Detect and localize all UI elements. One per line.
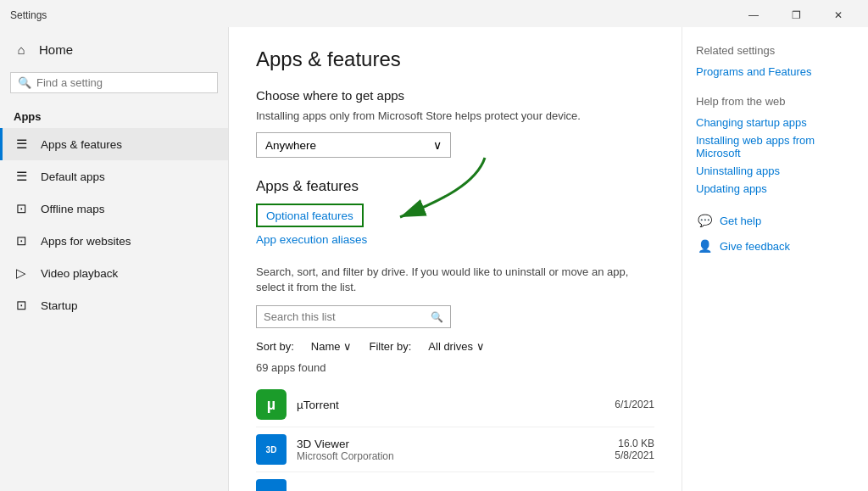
sidebar-item-apps-features[interactable]: ☰ Apps & features <box>0 128 228 160</box>
changing-startup-link[interactable]: Changing startup apps <box>696 116 854 129</box>
filter-label: Filter by: <box>369 340 411 353</box>
main-content: Apps & features Choose where to get apps… <box>229 27 682 491</box>
sidebar-item-label: Offline maps <box>41 203 105 215</box>
app-date: 6/1/2021 <box>615 399 654 410</box>
app-info: µTorrent <box>297 399 604 411</box>
table-row[interactable] <box>256 472 654 491</box>
give-feedback-item[interactable]: 👤 Give feedback <box>696 237 854 254</box>
app-date: 5/8/2021 <box>615 449 654 461</box>
sidebar: ⌂ Home 🔍 Apps ☰ Apps & features ☰ Defaul… <box>0 27 229 491</box>
app-execution-link[interactable]: App execution aliases <box>256 233 367 246</box>
sort-filter-row: Sort by: Name ∨ Filter by: All drives ∨ <box>256 340 654 353</box>
sort-chevron: ∨ <box>343 340 352 353</box>
app-meta: 6/1/2021 <box>615 399 654 410</box>
sidebar-item-home[interactable]: ⌂ Home <box>0 34 228 65</box>
choose-title: Choose where to get apps <box>256 88 654 103</box>
sidebar-item-label: Startup <box>41 299 78 312</box>
get-help-icon: 💬 <box>696 212 713 229</box>
uninstalling-apps-link[interactable]: Uninstalling apps <box>696 165 854 177</box>
sidebar-item-default-apps[interactable]: ☰ Default apps <box>0 160 228 192</box>
home-icon: ⌂ <box>14 42 29 57</box>
get-help-label: Get help <box>720 215 761 227</box>
dropdown-value: Anywhere <box>265 139 316 152</box>
anywhere-dropdown[interactable]: Anywhere ∨ <box>256 132 451 158</box>
search-this-list-input[interactable] <box>264 310 426 323</box>
sidebar-item-label: Video playback <box>41 267 118 280</box>
filter-dropdown[interactable]: All drives ∨ <box>428 340 485 353</box>
sidebar-item-label: Default apps <box>41 170 105 183</box>
search-box[interactable]: 🔍 <box>256 305 451 328</box>
right-panel: Related settings Programs and Features H… <box>682 27 868 491</box>
related-settings-title: Related settings <box>696 44 854 57</box>
search-sort-desc: Search, sort, and filter by drive. If yo… <box>256 265 629 295</box>
sort-dropdown[interactable]: Name ∨ <box>311 340 353 353</box>
sidebar-item-label: Apps & features <box>41 138 122 151</box>
apps-websites-icon: ⊡ <box>14 233 29 248</box>
maximize-button[interactable]: ❐ <box>776 5 815 25</box>
optional-features-link[interactable]: Optional features <box>266 209 353 222</box>
minimize-button[interactable]: — <box>734 5 773 25</box>
sidebar-item-startup[interactable]: ⊡ Startup <box>0 289 228 321</box>
sidebar-item-video-playback[interactable]: ▷ Video playback <box>0 257 228 289</box>
main-inner: Apps & features Choose where to get apps… <box>256 47 654 491</box>
sidebar-home-label: Home <box>39 42 73 57</box>
page-title: Apps & features <box>256 47 654 71</box>
app-size: 16.0 KB <box>615 438 654 449</box>
chevron-down-icon: ∨ <box>433 138 442 152</box>
sidebar-search-input[interactable] <box>36 76 210 89</box>
feedback-label: Give feedback <box>720 240 790 253</box>
app-icon-generic <box>256 479 287 491</box>
app-publisher: Microsoft Corporation <box>297 450 604 462</box>
apps-found-label: 69 apps found <box>256 361 654 374</box>
sort-label: Sort by: <box>256 340 294 353</box>
app-body: ⌂ Home 🔍 Apps ☰ Apps & features ☰ Defaul… <box>0 27 868 491</box>
sidebar-item-apps-websites[interactable]: ⊡ Apps for websites <box>0 225 228 257</box>
sidebar-item-offline-maps[interactable]: ⊡ Offline maps <box>0 192 228 225</box>
filter-chevron: ∨ <box>476 340 485 353</box>
app-name: 3D Viewer <box>297 438 604 450</box>
offline-maps-icon: ⊡ <box>14 201 29 216</box>
app-title: Settings <box>10 9 47 21</box>
app-icon-3dviewer: 3D <box>256 434 287 465</box>
apps-features-icon: ☰ <box>14 137 29 152</box>
sidebar-search-box[interactable]: 🔍 <box>10 72 218 93</box>
search-icon: 🔍 <box>18 76 31 89</box>
video-playback-icon: ▷ <box>14 265 29 281</box>
title-bar: Settings — ❐ ✕ <box>0 0 868 27</box>
sidebar-section-label: Apps <box>0 100 228 128</box>
choose-desc: Installing apps only from Microsoft Stor… <box>256 109 654 122</box>
get-help-item[interactable]: 💬 Get help <box>696 212 854 229</box>
optional-features-box: Optional features <box>256 204 364 227</box>
default-apps-icon: ☰ <box>14 169 29 184</box>
table-row[interactable]: µ µTorrent 6/1/2021 <box>256 382 654 427</box>
app-meta: 16.0 KB 5/8/2021 <box>615 438 654 461</box>
app-name: µTorrent <box>297 399 604 411</box>
table-row[interactable]: 3D 3D Viewer Microsoft Corporation 16.0 … <box>256 427 654 472</box>
filter-value: All drives <box>428 340 473 353</box>
sidebar-item-label: Apps for websites <box>41 235 131 248</box>
close-button[interactable]: ✕ <box>819 5 858 25</box>
startup-icon: ⊡ <box>14 298 29 313</box>
search-icon: 🔍 <box>431 311 443 323</box>
updating-apps-link[interactable]: Updating apps <box>696 182 854 195</box>
sort-value: Name <box>311 340 341 353</box>
window-controls: — ❐ ✕ <box>734 5 858 25</box>
help-web-title: Help from the web <box>696 95 854 108</box>
feedback-icon: 👤 <box>696 237 713 254</box>
programs-features-link[interactable]: Programs and Features <box>696 65 854 78</box>
app-icon-utorrent: µ <box>256 389 287 420</box>
features-section-title: Apps & features <box>256 178 654 195</box>
app-info: 3D Viewer Microsoft Corporation <box>297 438 604 462</box>
installing-web-apps-link[interactable]: Installing web apps from Microsoft <box>696 134 854 159</box>
